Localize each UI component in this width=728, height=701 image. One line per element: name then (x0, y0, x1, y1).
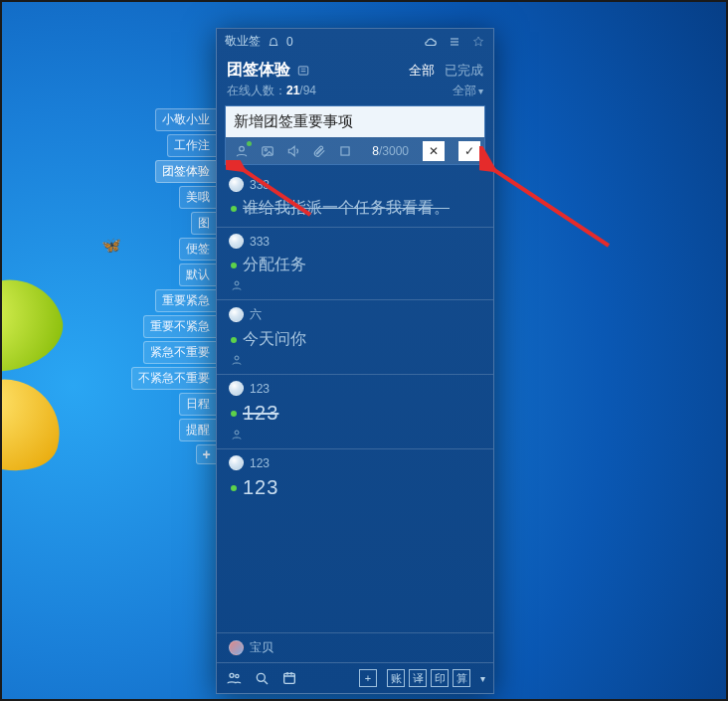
compose-input[interactable]: 新增团签重要事项 (225, 105, 485, 137)
pin-icon[interactable] (471, 35, 485, 49)
svg-point-1 (240, 146, 245, 151)
svg-rect-4 (341, 147, 349, 155)
footer-tool-button[interactable]: 算 (453, 669, 470, 687)
item-text: 谁给我指派一个任务我看看。 (243, 198, 450, 219)
subheader: 在线人数：21/94 全部 ▾ (217, 83, 493, 105)
avatar (229, 307, 244, 322)
footer-bar: + 账译印算 ▾ (217, 662, 493, 693)
win7-logo (0, 280, 141, 479)
search-icon[interactable] (253, 669, 271, 687)
assign-active-dot (247, 141, 252, 146)
list-item[interactable]: 333 谁给我指派一个任务我看看。 (217, 171, 493, 227)
total-count: /94 (299, 84, 316, 97)
footer-user-row: 宝贝 (217, 632, 493, 662)
status-dot (231, 485, 237, 491)
avatar (229, 177, 244, 192)
assignee-icon (229, 279, 481, 291)
avatar (229, 640, 244, 655)
item-text: 123 (243, 402, 278, 425)
filter-label: 全部 (453, 83, 476, 99)
attach-icon[interactable] (311, 143, 327, 159)
avatar (229, 381, 244, 396)
char-counter: 8/3000 (372, 144, 409, 158)
side-tag[interactable]: 美哦 (179, 186, 216, 209)
compose-toolbar: 8/3000 ✕ ✓ (225, 137, 485, 165)
menu-icon[interactable] (448, 35, 461, 49)
status-dot (231, 337, 237, 343)
svg-point-10 (257, 673, 265, 681)
side-tag[interactable]: 不紧急不重要 (131, 367, 216, 390)
image-icon[interactable] (260, 143, 275, 159)
cloud-sync-icon[interactable] (424, 35, 438, 49)
butterfly-deco: 🦋 (101, 236, 121, 255)
main-panel: 敬业签 0 团签体验 全部 已完成 (216, 28, 494, 694)
members-icon[interactable] (225, 669, 243, 687)
team-title: 团签体验 (227, 60, 290, 81)
chevron-down-icon: ▾ (478, 86, 483, 96)
side-tag-add[interactable]: + (196, 444, 216, 464)
item-author: 六 (250, 306, 262, 323)
side-tag[interactable]: 便签 (179, 238, 216, 261)
online-label: 在线人数： (227, 84, 286, 97)
list-item[interactable]: 123 123 (217, 448, 493, 507)
svg-point-3 (265, 149, 267, 151)
assignee-icon (229, 429, 481, 440)
tab-done[interactable]: 已完成 (445, 62, 483, 80)
status-dot (231, 411, 237, 417)
side-tag[interactable]: 默认 (179, 263, 216, 286)
side-tag[interactable]: 小敬小业 (155, 108, 216, 131)
tab-all[interactable]: 全部 (409, 62, 435, 80)
list-item[interactable]: 123 123 (217, 374, 493, 448)
filter-dropdown[interactable]: 全部 ▾ (453, 83, 483, 99)
avatar (229, 234, 244, 249)
chevron-down-icon: ▾ (480, 673, 485, 684)
audio-icon[interactable] (285, 143, 301, 159)
list-icon[interactable] (296, 64, 310, 78)
titlebar: 敬业签 0 (217, 29, 493, 54)
list-item[interactable]: 333 分配任务 (217, 227, 493, 299)
footer-user-name: 宝贝 (250, 639, 273, 656)
confirm-button[interactable]: ✓ (458, 141, 480, 161)
compose-block: 新增团签重要事项 8/3000 ✕ ✓ (225, 105, 485, 165)
avatar (229, 455, 244, 470)
side-tag[interactable]: 图 (191, 212, 216, 235)
item-author: 123 (250, 456, 270, 470)
item-author: 333 (250, 178, 270, 192)
item-list: 333 谁给我指派一个任务我看看。 333 分配任务 六 今天问你 123 12… (217, 171, 493, 632)
svg-point-7 (235, 431, 239, 435)
side-tag[interactable]: 提醒 (179, 419, 216, 441)
svg-point-6 (235, 356, 239, 360)
side-tag[interactable]: 日程 (179, 393, 216, 416)
compose-text: 新增团签重要事项 (234, 112, 353, 129)
item-text: 123 (243, 476, 278, 499)
bell-icon[interactable] (267, 35, 280, 49)
svg-point-5 (235, 281, 239, 285)
assign-icon[interactable] (234, 143, 250, 159)
side-tag[interactable]: 重要不紧急 (143, 315, 216, 338)
online-count: 21 (286, 84, 299, 97)
footer-tool-button[interactable]: 印 (431, 669, 449, 687)
char-current: 8 (372, 144, 379, 158)
notif-count: 0 (286, 35, 293, 49)
svg-point-9 (236, 674, 239, 677)
item-text: 今天问你 (243, 329, 306, 350)
calendar-icon[interactable] (280, 669, 298, 687)
side-tag[interactable]: 团签体验 (155, 160, 216, 183)
square-icon[interactable] (337, 143, 353, 159)
cancel-button[interactable]: ✕ (423, 141, 445, 161)
svg-rect-11 (284, 673, 295, 683)
annotation-arrow-right (479, 146, 619, 256)
list-item[interactable]: 六 今天问你 (217, 299, 493, 374)
app-name: 敬业签 (225, 33, 261, 50)
side-tag[interactable]: 紧急不重要 (143, 341, 216, 364)
char-max: /3000 (379, 144, 409, 158)
footer-tool-button[interactable]: 译 (409, 669, 427, 687)
footer-tool-button[interactable]: 账 (387, 669, 405, 687)
assignee-icon (229, 354, 481, 366)
side-tag[interactable]: 重要紧急 (155, 289, 216, 312)
side-tag[interactable]: 工作注 (167, 134, 216, 157)
footer-plus-button[interactable]: + (359, 669, 377, 687)
item-author: 123 (250, 382, 270, 396)
svg-point-8 (230, 673, 234, 677)
item-author: 333 (250, 235, 270, 249)
